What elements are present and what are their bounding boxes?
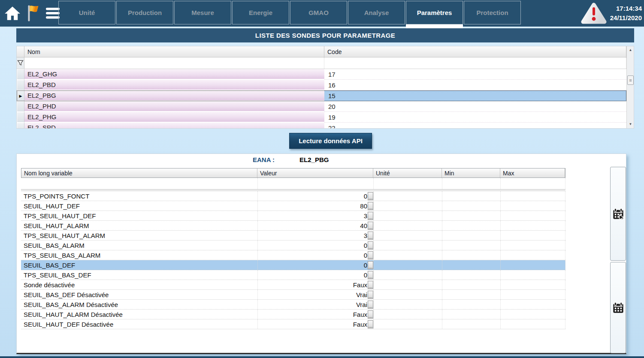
- sonde-code-cell[interactable]: 15: [324, 90, 626, 101]
- param-row[interactable]: TPS_POINTS_FONCT0…: [21, 191, 565, 201]
- param-max-cell: [501, 211, 565, 220]
- param-row[interactable]: TPS_SEUIL_HAUT_DEF3…: [21, 211, 565, 221]
- alarm-warning-icon[interactable]: [581, 2, 607, 25]
- scroll-thumb[interactable]: ≡: [627, 75, 634, 85]
- flag-icon[interactable]: [25, 4, 41, 23]
- param-row[interactable]: SEUIL_HAUT_DEF80…: [21, 201, 565, 211]
- param-name-cell: TPS_POINTS_FONCT: [21, 191, 258, 201]
- params-column-header-min[interactable]: Min: [442, 168, 500, 177]
- param-ellipsis-button[interactable]: …: [368, 320, 373, 328]
- param-ellipsis-button[interactable]: …: [368, 212, 373, 220]
- param-ellipsis-button[interactable]: …: [368, 310, 373, 319]
- calendar-icon: [612, 302, 624, 314]
- param-name-cell: SEUIL_HAUT_ALARM Désactivée: [21, 310, 258, 319]
- sonde-code-cell[interactable]: 20: [324, 101, 626, 112]
- param-row[interactable]: SEUIL_HAUT_DEF DésactivéeFaux…: [21, 319, 565, 329]
- filter-input-nom[interactable]: [24, 57, 324, 69]
- row-selector-cell[interactable]: [17, 123, 24, 129]
- sonde-row[interactable]: EL2_GHG17: [17, 69, 626, 80]
- params-column-header-max[interactable]: Max: [500, 168, 565, 177]
- sonde-nom-cell[interactable]: EL2_PHD: [24, 101, 324, 112]
- param-ellipsis-button[interactable]: …: [368, 232, 373, 240]
- tab-parametres[interactable]: Paramètres: [406, 1, 463, 24]
- params-column-header-unite[interactable]: Unité: [373, 168, 442, 177]
- scroll-down-icon[interactable]: ▼: [627, 121, 634, 127]
- sonde-nom-cell[interactable]: EL2_PBG: [24, 90, 324, 101]
- param-row[interactable]: SEUIL_BAS_ALARM0…: [21, 241, 565, 250]
- param-value: 0: [364, 252, 367, 259]
- calendar-button[interactable]: [610, 262, 626, 353]
- row-selector-cell[interactable]: [17, 80, 24, 90]
- param-ellipsis-button[interactable]: …: [368, 261, 373, 269]
- param-row[interactable]: SEUIL_BAS_DEF DésactivéeVrai…: [21, 290, 565, 300]
- row-selector-cell[interactable]: [17, 101, 24, 112]
- param-row[interactable]: SEUIL_BAS_ALARM DésactivéeVrai…: [21, 300, 565, 310]
- sonde-row[interactable]: EL2_PHG19: [17, 112, 626, 123]
- param-ellipsis-button[interactable]: …: [368, 291, 373, 299]
- row-selector-cell[interactable]: [17, 69, 24, 80]
- sonde-code-cell[interactable]: 16: [324, 80, 626, 90]
- param-max-cell: [501, 290, 565, 299]
- sonde-nom-cell[interactable]: EL2_SPD: [24, 123, 324, 129]
- tab-gmao[interactable]: GMAO: [290, 1, 347, 24]
- param-ellipsis-button[interactable]: …: [368, 202, 373, 210]
- param-row[interactable]: SEUIL_HAUT_ALARM40…: [21, 221, 565, 231]
- sondes-column-header-nom[interactable]: Nom: [24, 46, 324, 57]
- sonde-nom-cell[interactable]: EL2_PBD: [24, 80, 324, 90]
- param-ellipsis-button[interactable]: …: [368, 251, 373, 259]
- filter-input-code[interactable]: [324, 57, 626, 69]
- sondes-scrollbar[interactable]: ▲ ≡ ▼: [626, 46, 634, 128]
- sonde-code-cell[interactable]: 22: [324, 123, 626, 129]
- home-icon[interactable]: [3, 4, 21, 22]
- param-value: 0: [364, 242, 367, 249]
- param-max-cell: [501, 280, 565, 289]
- params-column-header-valeur[interactable]: Valeur: [257, 168, 373, 177]
- param-unite-cell: [374, 191, 442, 201]
- param-value: 0: [364, 193, 367, 200]
- sonde-row[interactable]: EL2_SPD22: [17, 123, 626, 129]
- param-ellipsis-button[interactable]: …: [368, 301, 373, 309]
- sondes-filter-row: [17, 57, 626, 69]
- param-ellipsis-button[interactable]: …: [368, 271, 373, 279]
- param-max-cell: [501, 310, 565, 319]
- param-ellipsis-button[interactable]: …: [368, 222, 373, 230]
- sonde-nom-cell[interactable]: EL2_PHG: [24, 112, 324, 123]
- param-row[interactable]: TPS_SEUIL_HAUT_ALARM3…: [21, 231, 565, 241]
- sonde-row[interactable]: EL2_PHD20: [17, 101, 626, 112]
- eana-line: EANA :EL2_PBG: [253, 156, 329, 163]
- sonde-row[interactable]: EL2_PBD16: [17, 80, 626, 90]
- param-row[interactable]: SEUIL_BAS_DEF0…: [21, 260, 565, 270]
- sonde-nom-cell[interactable]: EL2_GHG: [24, 69, 324, 80]
- sonde-row[interactable]: ▶EL2_PBG15: [17, 90, 626, 101]
- param-row[interactable]: TPS_SEUIL_BAS_ALARM0…: [21, 250, 565, 260]
- calendar-run-icon: [612, 208, 624, 220]
- param-min-cell: [442, 201, 501, 211]
- tab-production[interactable]: Production: [116, 1, 173, 24]
- param-ellipsis-button[interactable]: …: [368, 192, 373, 200]
- param-row[interactable]: SEUIL_HAUT_ALARM DésactivéeFaux…: [21, 310, 565, 319]
- param-name-cell: SEUIL_BAS_DEF: [21, 260, 258, 270]
- sonde-code-cell[interactable]: 19: [324, 112, 626, 123]
- sonde-code-cell[interactable]: 17: [324, 69, 626, 80]
- tab-energie[interactable]: Energie: [232, 1, 289, 24]
- param-row[interactable]: Sonde désactivéeFaux…: [21, 280, 565, 290]
- row-selector-cell[interactable]: [17, 112, 24, 123]
- calendar-run-button[interactable]: [610, 167, 626, 261]
- row-selector-cell[interactable]: ▶: [17, 90, 24, 101]
- param-max-cell: [501, 260, 565, 270]
- sondes-column-header-code[interactable]: Code: [324, 46, 626, 57]
- param-value: 3: [364, 212, 367, 220]
- tab-mesure[interactable]: Mesure: [174, 1, 231, 24]
- param-ellipsis-button[interactable]: …: [368, 281, 373, 289]
- param-row[interactable]: TPS_SEUIL_BAS_DEF0…: [21, 270, 565, 280]
- param-ellipsis-button[interactable]: …: [368, 241, 373, 250]
- tab-analyse[interactable]: Analyse: [348, 1, 405, 24]
- tab-protection[interactable]: Protection: [464, 1, 521, 24]
- eana-label: EANA :: [253, 156, 275, 163]
- params-column-header-nom-long[interactable]: Nom long variable: [21, 168, 257, 177]
- filter-funnel-icon[interactable]: [17, 57, 24, 69]
- params-filter-row[interactable]: [21, 178, 565, 190]
- lecture-donnees-api-button[interactable]: Lecture données API: [289, 133, 372, 149]
- tab-unite[interactable]: Unité: [58, 1, 115, 24]
- scroll-up-icon[interactable]: ▲: [627, 47, 634, 53]
